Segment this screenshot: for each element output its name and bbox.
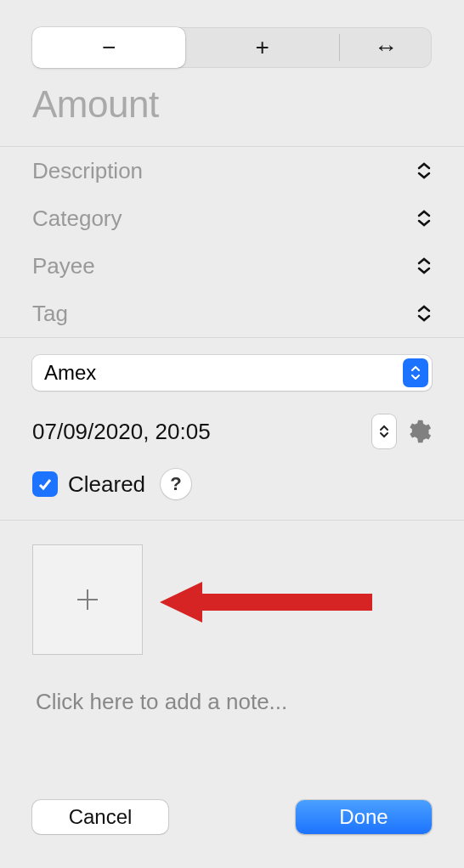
segment-minus[interactable]: − <box>32 27 185 68</box>
datetime-field[interactable]: 07/09/2020, 20:05 <box>32 419 364 445</box>
help-button[interactable]: ? <box>161 469 191 499</box>
segment-transfer[interactable]: ↔ <box>340 27 432 68</box>
tag-label: Tag <box>32 301 68 327</box>
account-selected-value: Amex <box>44 361 96 385</box>
add-attachment-button[interactable] <box>32 544 143 655</box>
cancel-button[interactable]: Cancel <box>32 800 168 834</box>
payee-field[interactable]: Payee <box>0 242 464 290</box>
chevron-up-down-icon <box>416 162 432 179</box>
cleared-checkbox[interactable] <box>32 471 58 497</box>
datetime-stepper[interactable] <box>372 414 396 448</box>
amount-sign-segmented-control[interactable]: − + ↔ <box>32 27 432 68</box>
plus-icon: + <box>255 34 269 61</box>
note-input[interactable]: Click here to add a note... <box>36 689 428 715</box>
tag-field[interactable]: Tag <box>0 290 464 337</box>
description-field[interactable]: Description <box>0 147 464 194</box>
description-label: Description <box>32 158 143 184</box>
gear-icon[interactable] <box>405 418 432 445</box>
chevron-down-icon <box>379 431 389 438</box>
plus-icon <box>71 583 105 617</box>
payee-label: Payee <box>32 253 95 279</box>
cleared-label: Cleared <box>68 471 145 498</box>
annotation-arrow-icon <box>160 578 372 626</box>
select-dropdown-button[interactable] <box>403 358 428 387</box>
amount-input[interactable]: Amount <box>32 83 432 126</box>
chevron-up-icon <box>379 425 389 431</box>
done-button[interactable]: Done <box>296 800 432 834</box>
segment-plus[interactable]: + <box>185 27 338 68</box>
account-select[interactable]: Amex <box>32 355 432 391</box>
check-icon <box>37 476 54 493</box>
transfer-icon: ↔ <box>374 34 398 61</box>
minus-icon: − <box>102 34 116 61</box>
chevron-up-down-icon <box>416 257 432 274</box>
svg-marker-2 <box>160 582 372 623</box>
chevron-up-down-icon <box>416 210 432 227</box>
chevron-up-down-icon <box>416 305 432 322</box>
category-label: Category <box>32 206 122 232</box>
category-field[interactable]: Category <box>0 194 464 242</box>
